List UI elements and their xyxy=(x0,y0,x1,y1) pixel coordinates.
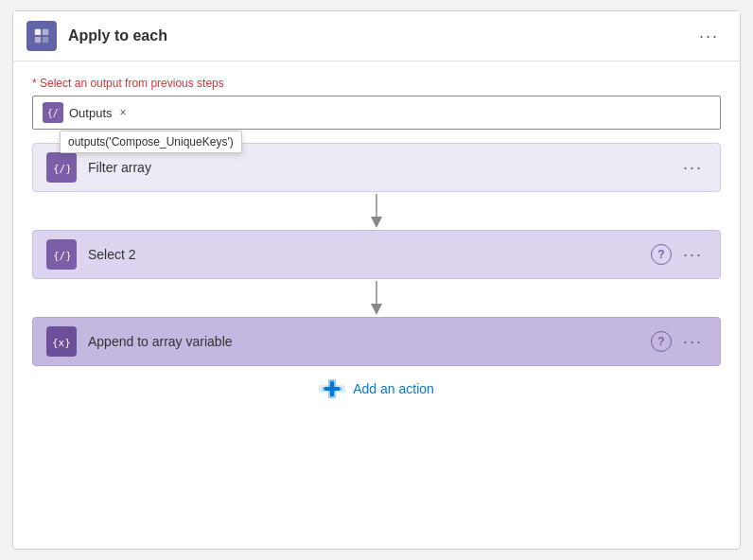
header-more-button[interactable]: ··· xyxy=(692,23,727,50)
arrow-1 xyxy=(32,192,721,230)
add-action-icon xyxy=(319,376,345,402)
svg-text:{/}: {/} xyxy=(53,163,70,175)
select-2-help-button[interactable]: ? xyxy=(651,244,672,265)
svg-text:{/}: {/} xyxy=(53,250,70,262)
token-label: Outputs xyxy=(69,106,113,120)
select-2-actions: ? ··· xyxy=(651,244,707,265)
card-header: Apply to each ··· xyxy=(13,11,740,61)
required-star: * xyxy=(32,77,37,90)
filter-array-actions: ··· xyxy=(679,158,707,178)
steps-container: {/} Filter array ··· {/} xyxy=(32,143,721,366)
header-title: Apply to each xyxy=(68,27,692,44)
append-array-more-button[interactable]: ··· xyxy=(679,332,707,352)
filter-array-more-button[interactable]: ··· xyxy=(679,158,707,178)
append-array-help-button[interactable]: ? xyxy=(651,331,672,352)
svg-rect-1 xyxy=(43,29,48,35)
svg-marker-10 xyxy=(371,304,382,315)
svg-rect-0 xyxy=(35,29,41,35)
select-2-more-button[interactable]: ··· xyxy=(679,245,707,265)
svg-text:{x}: {x} xyxy=(53,337,70,349)
select-2-icon: {/} xyxy=(46,239,77,270)
svg-rect-2 xyxy=(35,37,41,43)
apply-to-each-card: Apply to each ··· * Select an output fro… xyxy=(12,10,741,550)
filter-array-icon: {/} xyxy=(46,152,77,183)
append-array-actions: ? ··· xyxy=(651,331,707,352)
filter-array-title: Filter array xyxy=(88,160,679,175)
svg-rect-16 xyxy=(324,387,340,391)
step-append-array[interactable]: {x} Append to array variable ? ··· xyxy=(32,317,721,366)
outputs-tooltip: outputs('Compose_UniqueKeys') xyxy=(60,131,242,153)
add-action-label: Add an action xyxy=(353,381,434,396)
token-close-button[interactable]: × xyxy=(118,106,129,119)
append-array-title: Append to array variable xyxy=(88,334,651,349)
select-output-label: * Select an output from previous steps xyxy=(32,77,721,90)
arrow-2 xyxy=(32,279,721,317)
append-array-icon: {x} xyxy=(46,326,77,357)
add-action-row[interactable]: Add an action xyxy=(32,376,721,402)
select-2-title: Select 2 xyxy=(88,247,651,262)
select-output-input[interactable]: {/} Outputs × outputs('Compose_UniqueKey… xyxy=(32,96,721,130)
step-select-2[interactable]: {/} Select 2 ? ··· xyxy=(32,230,721,279)
token-icon: {/} xyxy=(43,102,63,123)
header-icon xyxy=(26,21,57,51)
svg-text:{/}: {/} xyxy=(47,108,60,118)
svg-rect-3 xyxy=(43,37,48,43)
svg-marker-7 xyxy=(371,217,382,228)
card-body: * Select an output from previous steps {… xyxy=(13,61,740,417)
